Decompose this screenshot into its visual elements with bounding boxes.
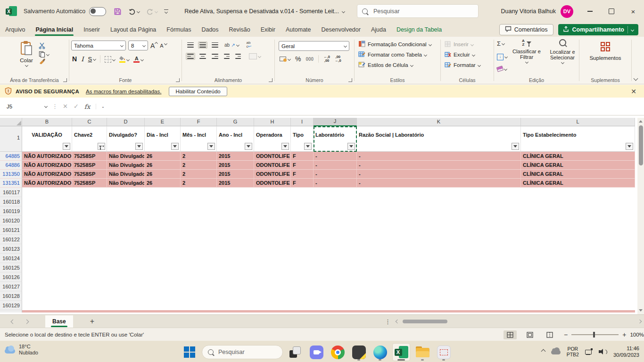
filter-button[interactable] <box>135 143 143 150</box>
cell[interactable]: - <box>357 179 521 188</box>
cell[interactable]: CLÍNICA GERAL <box>521 161 635 170</box>
underline-button[interactable]: S <box>88 56 96 63</box>
wrap-text-button[interactable]: abc↩ <box>247 41 252 49</box>
filter-button[interactable] <box>626 143 633 150</box>
video-app-button[interactable] <box>307 343 325 361</box>
filter-button[interactable] <box>171 143 179 150</box>
sort-filter-button[interactable]: AZ Classificar e Filtrar <box>510 39 543 71</box>
zoom-out-icon[interactable]: − <box>564 331 568 338</box>
alignment-dialog-launcher-icon[interactable] <box>269 78 272 82</box>
titlebar-search-input[interactable] <box>372 8 469 15</box>
copy-button[interactable] <box>39 51 49 58</box>
row-header[interactable]: 160126 <box>0 272 22 282</box>
cell[interactable]: - <box>357 161 521 170</box>
insert-function-icon[interactable]: fx <box>84 103 91 110</box>
notes-app-button[interactable] <box>350 343 368 361</box>
accounting-format-button[interactable] <box>280 56 290 62</box>
add-sheet-button[interactable]: + <box>90 317 94 326</box>
filter-button[interactable] <box>245 143 252 150</box>
tab-exibir[interactable]: Exibir <box>256 23 281 37</box>
increase-decimal-button[interactable]: ←,0,00 <box>323 55 330 63</box>
tab-design-da-tabela[interactable]: Design da Tabela <box>391 23 447 37</box>
cut-button[interactable] <box>39 42 49 51</box>
italic-button[interactable]: I <box>81 55 83 63</box>
snipping-tool-button[interactable] <box>435 343 453 361</box>
row-header[interactable]: 64886 <box>0 161 22 170</box>
minimize-button[interactable] <box>579 0 601 23</box>
filter-applied-button[interactable] <box>98 143 105 150</box>
tab-inserir[interactable]: Inserir <box>78 23 105 37</box>
header-cell[interactable]: Operadora <box>254 126 291 152</box>
cell[interactable]: F <box>291 152 314 161</box>
row-header[interactable]: 160120 <box>0 216 22 225</box>
column-header-j-selected[interactable]: J <box>314 118 357 126</box>
filter-button[interactable] <box>63 143 70 150</box>
align-bottom-button[interactable] <box>210 41 220 49</box>
cell[interactable]: 2015 <box>217 152 254 161</box>
tabbar-kebab-icon[interactable]: ⋮ <box>385 318 391 325</box>
clear-button[interactable] <box>497 66 507 71</box>
titlebar-search-box[interactable] <box>357 4 479 18</box>
font-name-select[interactable]: Tahoma <box>71 41 126 50</box>
save-button[interactable] <box>114 8 122 16</box>
column-header-l[interactable]: L <box>521 118 635 126</box>
sheet-tab-base[interactable]: Base <box>45 315 73 328</box>
page-break-view-button[interactable] <box>543 330 556 339</box>
empty-cells-area[interactable] <box>22 272 635 282</box>
column-header-h[interactable]: H <box>254 118 291 126</box>
tab-automate[interactable]: Automate <box>281 23 316 37</box>
format-painter-button[interactable] <box>39 58 49 66</box>
cell[interactable]: 26 <box>145 152 181 161</box>
cell[interactable]: - <box>314 170 357 179</box>
addins-button[interactable]: Suplementos <box>579 42 631 61</box>
empty-cells-area[interactable] <box>22 244 635 254</box>
cell-styles-button[interactable]: Estilos de Célula <box>358 60 440 70</box>
vertical-scrollbar[interactable] <box>637 118 644 314</box>
cell[interactable]: 2 <box>181 170 217 179</box>
macros-disabled-link[interactable]: As macros foram desabilitadas. <box>86 89 161 94</box>
cell[interactable]: 2015 <box>217 170 254 179</box>
cell[interactable]: - <box>314 152 357 161</box>
cell[interactable]: NÃO AUTORIZADO <box>22 152 72 161</box>
comments-button[interactable]: Comentários <box>499 24 553 35</box>
column-header-e[interactable]: E <box>145 118 181 126</box>
header-cell-copied[interactable]: Laboratório <box>314 126 357 152</box>
decrease-decimal-button[interactable]: ,00→,0 <box>335 55 341 63</box>
cell[interactable]: 26 <box>145 179 181 188</box>
cell[interactable]: ODONTOLIFE <box>254 152 291 161</box>
document-title-area[interactable]: Rede Ativa, Suspensa e Desativada v.014 … <box>184 8 345 15</box>
onedrive-icon[interactable] <box>551 350 561 354</box>
row-header[interactable]: 160117 <box>0 188 22 197</box>
enable-content-button[interactable]: Habilitar Conteúdo <box>169 87 227 96</box>
find-select-button[interactable]: Localizar e Selecionar <box>546 39 579 71</box>
select-all-corner[interactable] <box>0 118 22 126</box>
insert-cells-button[interactable]: Inserir <box>445 39 494 49</box>
filter-button[interactable] <box>347 143 355 150</box>
cell[interactable]: - <box>357 170 521 179</box>
orientation-button[interactable]: ab↗ <box>224 42 239 48</box>
font-dialog-launcher-icon[interactable] <box>176 78 180 82</box>
cell[interactable]: F <box>291 179 314 188</box>
header-cell[interactable]: Tipo Estabelecimento <box>521 126 635 152</box>
cell[interactable]: 2 <box>181 179 217 188</box>
cell[interactable]: 75258SP <box>72 161 107 170</box>
empty-cells-area[interactable] <box>22 291 635 301</box>
redo-button[interactable] <box>146 8 157 15</box>
row-header[interactable]: 160129 <box>0 301 22 310</box>
undo-button[interactable] <box>128 8 140 15</box>
filter-button[interactable] <box>281 143 289 150</box>
align-middle-button[interactable] <box>198 41 207 49</box>
cell[interactable]: CLÍNICA GERAL <box>521 152 635 161</box>
cell[interactable]: 2 <box>181 161 217 170</box>
cell[interactable]: CLÍNICA GERAL <box>521 179 635 188</box>
header-cell[interactable]: Divulgado? <box>107 126 145 152</box>
empty-cells-area[interactable] <box>22 235 635 244</box>
chrome-button[interactable] <box>329 343 347 361</box>
clipboard-dialog-launcher-icon[interactable] <box>63 78 67 82</box>
align-top-button[interactable] <box>186 41 195 49</box>
cell[interactable]: 75258SP <box>72 179 107 188</box>
bold-button[interactable]: N <box>72 55 77 63</box>
warning-close-icon[interactable]: ✕ <box>631 88 636 95</box>
empty-cells-area[interactable] <box>22 282 635 291</box>
filter-button[interactable] <box>304 143 312 150</box>
